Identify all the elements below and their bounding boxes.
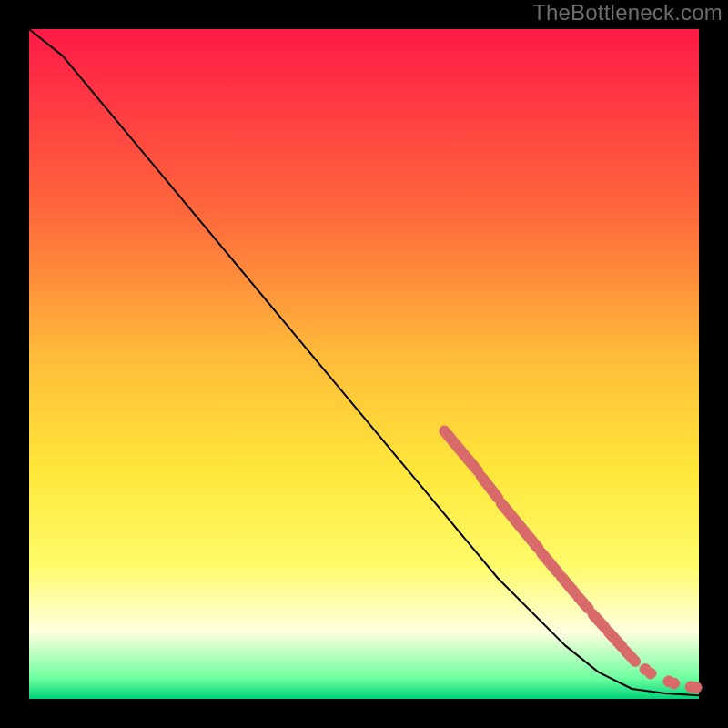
marker-dot	[669, 678, 680, 689]
marker-segment	[579, 597, 589, 609]
line-curve	[29, 29, 699, 695]
marker-segment	[609, 632, 622, 646]
marker-segment	[625, 651, 635, 662]
marker-segment	[501, 503, 538, 548]
marker-dot	[691, 682, 702, 693]
marker-segment	[444, 431, 478, 471]
marker-dots	[640, 664, 702, 693]
marker-segment	[561, 577, 575, 593]
marker-segment	[481, 477, 498, 499]
marker-segment	[541, 553, 558, 573]
plot-area	[29, 29, 699, 699]
marker-segments	[444, 431, 635, 662]
chart-svg	[29, 29, 699, 699]
marker-segment	[593, 614, 605, 628]
marker-dot	[645, 668, 656, 679]
watermark-text: TheBottleneck.com	[532, 0, 723, 25]
